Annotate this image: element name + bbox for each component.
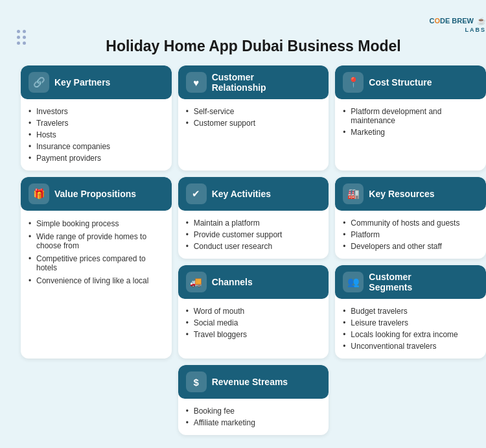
list-item: •Customer support	[186, 117, 321, 129]
list-item: •Competitive prices compared to hotels	[29, 252, 164, 274]
customer-segments-list: •Budget travelers •Leisure travelers •Lo…	[343, 305, 478, 352]
key-resources-title: Key Resources	[369, 189, 434, 199]
key-activities-list: •Maintain a platform •Provide customer s…	[186, 217, 321, 252]
card-key-partners: 🔗 Key Partners •Investors •Travelers •Ho…	[21, 65, 172, 171]
list-item: •Payment providers	[29, 152, 164, 164]
key-resources-body: •Community of hosts and guests •Platform…	[335, 211, 486, 259]
list-item: •Maintain a platform	[186, 217, 321, 229]
list-item: •Leisure travelers	[343, 317, 478, 329]
list-item: •Platform	[343, 229, 478, 241]
list-item: •Investors	[29, 106, 164, 117]
revenue-streams-icon: $	[186, 371, 207, 392]
customer-relationship-list: •Self-service •Customer support	[186, 106, 321, 129]
list-item: •Convenience of living like a local	[29, 274, 164, 287]
channels-list: •Word of mouth •Social media •Travel blo…	[186, 305, 321, 340]
customer-relationship-title: CustomerRelationship	[212, 72, 266, 93]
title-area: Holiday Home App Dubai Business Model	[21, 21, 486, 65]
logo-labs: LABS	[465, 27, 487, 33]
list-item: •Social media	[186, 317, 321, 329]
key-resources-list: •Community of hosts and guests •Platform…	[343, 217, 478, 252]
list-item: •Travelers	[29, 117, 164, 129]
customer-segments-icon: 👥	[343, 272, 364, 292]
channels-body: •Word of mouth •Social media •Travel blo…	[178, 299, 329, 347]
cost-structure-icon: 📍	[343, 72, 364, 93]
card-header-channels: 🚚 Channels	[178, 265, 329, 299]
key-activities-icon: ✔	[186, 183, 207, 204]
bmc-grid: 🔗 Key Partners •Investors •Travelers •Ho…	[21, 65, 486, 359]
value-propositions-body: •Simple booking process •Wide range of p…	[21, 211, 172, 294]
key-activities-body: •Maintain a platform •Provide customer s…	[178, 211, 329, 259]
key-partners-body: •Investors •Travelers •Hosts •Insurance …	[21, 99, 172, 171]
revenue-streams-list: •Booking fee •Affiliate marketing	[186, 405, 321, 429]
key-partners-list: •Investors •Travelers •Hosts •Insurance …	[29, 106, 164, 164]
card-header-key-partners: 🔗 Key Partners	[21, 65, 172, 99]
card-key-resources: 🏭 Key Resources •Community of hosts and …	[335, 177, 486, 259]
card-header-key-activities: ✔ Key Activities	[178, 177, 329, 211]
bottom-row: $ Revenue Streams •Booking fee •Affiliat…	[21, 365, 486, 435]
logo-icon: ☕	[477, 17, 486, 25]
value-propositions-icon: 🎁	[29, 183, 49, 204]
card-header-customer-relationship: ♥ CustomerRelationship	[178, 65, 329, 99]
list-item: •Hosts	[29, 129, 164, 141]
list-item: •Platform development and maintenance	[343, 106, 478, 126]
list-item: •Booking fee	[186, 405, 321, 417]
key-partners-title: Key Partners	[54, 77, 110, 88]
revenue-streams-title: Revenue Streams	[212, 377, 288, 387]
channels-title: Channels	[212, 277, 253, 287]
customer-relationship-icon: ♥	[186, 72, 207, 93]
list-item: •Word of mouth	[186, 305, 321, 317]
value-propositions-title: Value Propositions	[54, 189, 136, 199]
card-channels: 🚚 Channels •Word of mouth •Social media …	[178, 265, 329, 359]
list-item: •Conduct user research	[186, 241, 321, 252]
card-header-customer-segments: 👥 CustomerSegments	[335, 265, 486, 299]
card-cost-structure: 📍 Cost Structure •Platform development a…	[335, 65, 486, 171]
list-item: •Simple booking process	[29, 217, 164, 230]
list-item: •Budget travelers	[343, 305, 478, 317]
card-header-value-propositions: 🎁 Value Propositions	[21, 177, 172, 211]
logo: CODE BREW ☕ LABS	[429, 17, 486, 33]
value-propositions-list: •Simple booking process •Wide range of p…	[29, 217, 164, 287]
card-value-propositions: 🎁 Value Propositions •Simple booking pro…	[21, 177, 172, 359]
list-item: •Community of hosts and guests	[343, 217, 478, 229]
list-item: •Wide range of provide homes to choose f…	[29, 230, 164, 252]
list-item: •Insurance companies	[29, 141, 164, 152]
list-item: •Locals looking for extra income	[343, 329, 478, 340]
customer-relationship-body: •Self-service •Customer support	[178, 99, 329, 136]
list-item: •Developers and other staff	[343, 241, 478, 252]
card-header-cost-structure: 📍 Cost Structure	[335, 65, 486, 99]
cost-structure-title: Cost Structure	[369, 77, 432, 88]
page-title: Holiday Home App Dubai Business Model	[21, 38, 486, 55]
cost-structure-list: •Platform development and maintenance •M…	[343, 106, 478, 138]
logo-text: CODE BREW	[429, 17, 473, 25]
list-item: •Self-service	[186, 106, 321, 117]
card-customer-segments: 👥 CustomerSegments •Budget travelers •Le…	[335, 265, 486, 359]
cost-structure-body: •Platform development and maintenance •M…	[335, 99, 486, 145]
customer-segments-title: CustomerSegments	[369, 272, 412, 292]
channels-icon: 🚚	[186, 272, 207, 292]
card-header-revenue-streams: $ Revenue Streams	[178, 365, 329, 399]
drag-handle	[17, 30, 26, 45]
card-key-activities: ✔ Key Activities •Maintain a platform •P…	[178, 177, 329, 259]
list-item: •Travel bloggers	[186, 329, 321, 340]
list-item: •Affiliate marketing	[186, 417, 321, 429]
key-resources-icon: 🏭	[343, 183, 364, 204]
list-item: •Unconventional travelers	[343, 340, 478, 352]
card-customer-relationship: ♥ CustomerRelationship •Self-service •Cu…	[178, 65, 329, 171]
revenue-streams-body: •Booking fee •Affiliate marketing	[178, 399, 329, 435]
customer-segments-body: •Budget travelers •Leisure travelers •Lo…	[335, 299, 486, 359]
key-activities-title: Key Activities	[212, 189, 271, 199]
key-partners-icon: 🔗	[29, 72, 49, 93]
list-item: •Marketing	[343, 126, 478, 138]
card-revenue-streams: $ Revenue Streams •Booking fee •Affiliat…	[178, 365, 329, 435]
card-header-key-resources: 🏭 Key Resources	[335, 177, 486, 211]
list-item: •Provide customer support	[186, 229, 321, 241]
